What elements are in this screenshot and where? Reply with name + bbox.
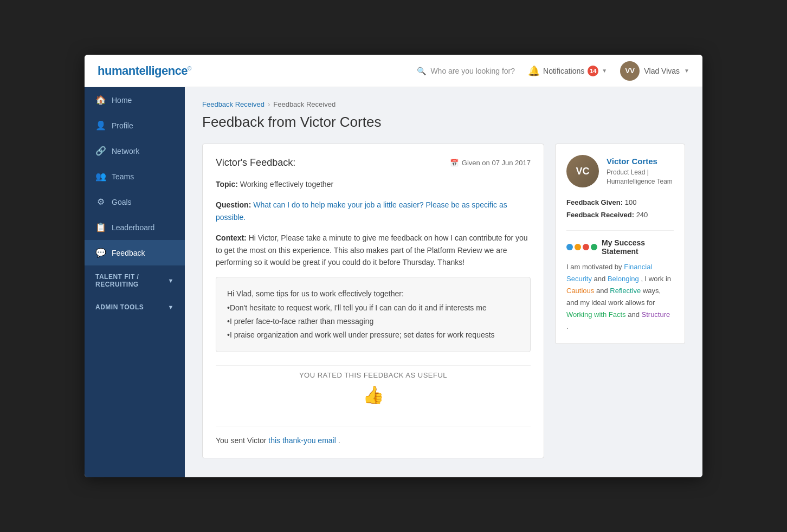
question-value: What can I do to help make your job a li… (216, 200, 507, 221)
context-label: Context: (216, 233, 247, 242)
home-icon: 🏠 (95, 95, 106, 105)
sidebar-item-goals[interactable]: ⚙ Goals (85, 189, 185, 215)
feedback-context: Context: Hi Victor, Please take a minute… (216, 232, 531, 268)
sidebar-label-teams: Teams (112, 172, 134, 181)
profile-stats: Feedback Given: 100 Feedback Received: 2… (566, 196, 674, 222)
logo-human: human (98, 64, 136, 77)
success-text: I am motivated by Financial Security and… (566, 261, 674, 333)
admin-tools-chevron-icon: ▼ (168, 304, 174, 310)
sidebar-item-network[interactable]: 🔗 Network (85, 138, 185, 164)
thank-you-link[interactable]: this thank-you email (268, 436, 336, 445)
profile-card: VC Victor Cortes Product Lead | Humantel… (555, 144, 685, 344)
logo-superscript: ® (188, 65, 191, 71)
bell-icon: 🔔 (528, 65, 540, 77)
useful-label: YOU RATED THIS FEEDBACK AS USEFUL (216, 371, 531, 379)
top-nav: humantelligence® 🔍 Who are you looking f… (85, 55, 702, 87)
highlight-working-with-facts: Working with Facts (566, 310, 626, 319)
profile-name: Victor Cortes (607, 157, 674, 166)
user-chevron-icon: ▼ (684, 68, 689, 74)
dot-blue (566, 244, 573, 250)
leaderboard-icon: 📋 (95, 222, 106, 232)
breadcrumb-current: Feedback Received (273, 100, 336, 108)
thank-you-before: You sent Victor (216, 436, 266, 445)
feedback-section-title: Victor's Feedback: (216, 157, 295, 168)
feedback-topic: Topic: Working effectively together (216, 178, 531, 190)
notifications-chevron-icon: ▼ (602, 68, 607, 74)
feedback-card: Victor's Feedback: 📅 Given on 07 Jun 201… (202, 144, 544, 458)
search-placeholder: Who are you looking for? (430, 67, 515, 75)
feedback-received-value: 240 (636, 211, 648, 219)
sidebar-section-talent-fit[interactable]: TALENT FIT / RECRUITING ▼ (85, 265, 185, 296)
sidebar-label-goals: Goals (112, 198, 132, 206)
thumbs-up-icon: 👍 (216, 385, 531, 405)
user-avatar: VV (620, 61, 640, 81)
main-content: Feedback Received › Feedback Received Fe… (185, 87, 702, 477)
teams-icon: 👥 (95, 171, 106, 181)
notifications-button[interactable]: 🔔 Notifications 14 ▼ (528, 65, 607, 77)
goals-icon: ⚙ (95, 197, 106, 207)
user-name: Vlad Vivas (644, 67, 680, 75)
thank-you-after: . (338, 436, 340, 445)
talent-fit-chevron-icon: ▼ (168, 277, 174, 284)
sidebar-item-teams[interactable]: 👥 Teams (85, 164, 185, 189)
calendar-icon: 📅 (450, 159, 459, 167)
feedback-header: Victor's Feedback: 📅 Given on 07 Jun 201… (216, 157, 531, 168)
given-date: 📅 Given on 07 Jun 2017 (450, 159, 531, 167)
admin-tools-label: ADMIN TOOLS (95, 303, 144, 311)
feedback-given-value: 100 (625, 198, 637, 206)
success-header: My Success Statement (566, 238, 674, 256)
profile-info: Victor Cortes Product Lead | Humantellig… (607, 157, 674, 186)
network-icon: 🔗 (95, 146, 106, 156)
sidebar-item-profile[interactable]: 👤 Profile (85, 113, 185, 138)
response-text: Hi Vlad, some tips for us to work effect… (227, 289, 495, 339)
success-section: My Success Statement I am motivated by F… (566, 230, 674, 333)
profile-role: Product Lead | Humantelligence Team (607, 168, 674, 186)
sidebar: 🏠 Home 👤 Profile 🔗 Network 👥 Teams ⚙ Goa… (85, 87, 185, 477)
success-title: My Success Statement (602, 238, 674, 256)
talent-fit-label: TALENT FIT / RECRUITING (95, 273, 168, 288)
dot-yellow (575, 244, 581, 250)
highlight-structure: Structure (642, 310, 670, 319)
feedback-given-stat: Feedback Given: 100 (566, 196, 674, 209)
feedback-given-label: Feedback Given: (566, 198, 623, 206)
nav-right: 🔍 Who are you looking for? 🔔 Notificatio… (417, 61, 689, 81)
success-text-7: . (566, 322, 569, 330)
success-text-4: and (596, 287, 608, 295)
success-text-2: and (594, 275, 606, 283)
sidebar-label-home: Home (112, 96, 132, 105)
user-initials: VV (625, 67, 635, 75)
success-dots (566, 244, 597, 250)
page-title: Feedback from Victor Cortes (202, 114, 685, 131)
topic-value: Working effectively together (240, 180, 333, 189)
sidebar-item-leaderboard[interactable]: 📋 Leaderboard (85, 215, 185, 240)
feedback-question: Question: What can I do to help make you… (216, 199, 531, 223)
sidebar-label-network: Network (112, 147, 139, 155)
logo: humantelligence® (98, 64, 191, 78)
notifications-label: Notifications (543, 67, 584, 75)
search-icon: 🔍 (417, 67, 426, 75)
user-menu[interactable]: VV Vlad Vivas ▼ (620, 61, 689, 81)
highlight-cautious: Cautious (566, 287, 594, 295)
breadcrumb: Feedback Received › Feedback Received (202, 100, 685, 108)
breadcrumb-parent[interactable]: Feedback Received (202, 100, 265, 108)
feedback-icon: 💬 (95, 248, 106, 258)
thank-you-section: You sent Victor this thank-you email . (216, 426, 531, 445)
date-value: Given on 07 Jun 2017 (462, 159, 531, 167)
sidebar-label-feedback: Feedback (112, 249, 145, 257)
highlight-reflective: Reflective (610, 287, 641, 295)
sidebar-item-home[interactable]: 🏠 Home (85, 87, 185, 113)
success-text-3: , I work in (641, 275, 671, 283)
success-text-1: I am motivated by (566, 263, 622, 271)
search-bar[interactable]: 🔍 Who are you looking for? (417, 67, 515, 75)
feedback-response: Hi Vlad, some tips for us to work effect… (216, 277, 531, 352)
sidebar-label-leaderboard: Leaderboard (112, 223, 154, 232)
dot-green (591, 244, 597, 250)
context-value: Hi Victor, Please take a minute to give … (216, 233, 528, 267)
sidebar-section-admin-tools[interactable]: ADMIN TOOLS ▼ (85, 296, 185, 319)
profile-icon: 👤 (95, 120, 106, 131)
highlight-belonging: Belonging (608, 275, 639, 283)
sidebar-item-feedback[interactable]: 💬 Feedback (85, 240, 185, 265)
sidebar-label-profile: Profile (112, 121, 133, 130)
profile-initials: VC (566, 155, 599, 187)
profile-avatar: VC (566, 155, 599, 187)
